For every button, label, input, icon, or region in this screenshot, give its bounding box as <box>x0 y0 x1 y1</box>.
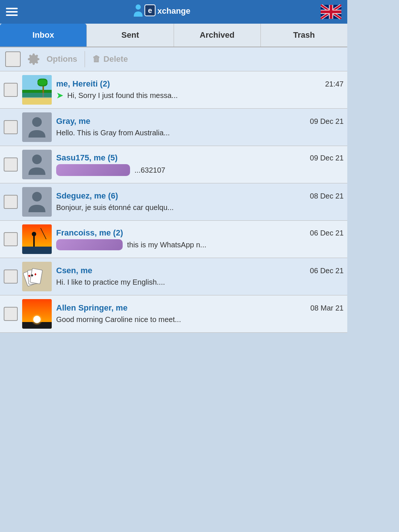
avatar <box>22 112 52 142</box>
message-time: 06 Dec 21 <box>310 267 344 275</box>
svg-rect-12 <box>22 93 52 98</box>
message-sender: Sdeguez, me (6) <box>56 191 118 201</box>
message-content: Sdeguez, me (6) 08 Dec 21 Bonjour, je su… <box>56 187 344 217</box>
list-item[interactable]: Allen Springer, me 08 Mar 21 Good mornin… <box>0 295 347 333</box>
app-logo: e xchange <box>132 3 206 21</box>
svg-point-11 <box>38 79 47 85</box>
message-content: Csen, me 06 Dec 21 Hi. I like to practic… <box>56 262 344 291</box>
message-preview: ...632107 <box>134 165 165 175</box>
message-preview: Good morning Caroline nice to meet... <box>56 314 181 325</box>
tab-sent[interactable]: Sent <box>87 24 174 47</box>
message-preview: Hi, Sorry I just found this messa... <box>67 90 178 101</box>
svg-point-31 <box>33 316 41 323</box>
message-time: 09 Dec 21 <box>310 154 344 162</box>
toolbar: Options 🗑 Delete <box>0 47 347 71</box>
tab-trash[interactable]: Trash <box>261 24 347 47</box>
tab-archived[interactable]: Archived <box>174 24 261 47</box>
message-content: Allen Springer, me 08 Mar 21 Good mornin… <box>56 299 344 329</box>
svg-point-0 <box>136 4 141 10</box>
list-item[interactable]: Sasu175, me (5) 09 Dec 21 ...632107 <box>0 146 347 183</box>
app-header: e xchange <box>0 0 347 24</box>
message-sender: Gray, me <box>56 116 91 126</box>
message-sender: Allen Springer, me <box>56 303 127 313</box>
reply-arrow-icon: ➤ <box>56 90 64 101</box>
options-gear-button[interactable] <box>26 51 41 67</box>
svg-point-14 <box>32 155 42 164</box>
menu-button[interactable] <box>6 8 18 16</box>
svg-point-13 <box>32 117 42 127</box>
tab-bar: Inbox Sent Archived Trash <box>0 24 347 47</box>
message-checkbox[interactable] <box>4 195 18 209</box>
message-checkbox[interactable] <box>4 307 18 321</box>
message-content: Gray, me 09 Dec 21 Hello. This is Gray f… <box>56 112 344 142</box>
avatar <box>22 187 52 217</box>
message-time: 06 Dec 21 <box>310 229 344 237</box>
list-item[interactable]: Sdeguez, me (6) 08 Dec 21 Bonjour, je su… <box>0 183 347 221</box>
list-item[interactable]: Francoiss, me (2) 06 Dec 21 this is my W… <box>0 221 347 258</box>
svg-point-19 <box>32 232 36 236</box>
message-time: 08 Mar 21 <box>310 304 344 312</box>
sticker-image <box>56 164 130 176</box>
message-checkbox[interactable] <box>4 232 18 246</box>
message-time: 08 Dec 21 <box>310 192 344 200</box>
message-checkbox[interactable] <box>4 83 18 97</box>
tab-inbox[interactable]: Inbox <box>0 24 87 47</box>
delete-button[interactable]: 🗑 Delete <box>92 54 128 64</box>
message-sender: Csen, me <box>56 266 92 275</box>
message-sender: me, Hereiti (2) <box>56 79 110 89</box>
avatar <box>22 224 52 254</box>
select-all-checkbox[interactable] <box>5 51 21 67</box>
list-item[interactable]: Gray, me 09 Dec 21 Hello. This is Gray f… <box>0 109 347 146</box>
list-item[interactable]: me, Hereiti (2) 21:47 ➤ Hi, Sorry I just… <box>0 71 347 109</box>
message-time: 21:47 <box>325 80 344 88</box>
message-preview: Hello. This is Gray from Australia... <box>56 128 170 138</box>
message-time: 09 Dec 21 <box>310 117 344 126</box>
sticker-image <box>56 239 123 250</box>
avatar <box>22 299 52 329</box>
svg-text:xchange: xchange <box>157 6 190 16</box>
list-item[interactable]: ♥ ♠ ♦ Csen, me 06 Dec 21 Hi. I like to p… <box>0 258 347 295</box>
svg-rect-17 <box>22 247 52 254</box>
message-sender: Sasu175, me (5) <box>56 153 117 163</box>
message-preview: Hi. I like to practice my English.... <box>56 277 165 287</box>
avatar <box>22 150 52 179</box>
svg-rect-18 <box>33 235 35 247</box>
message-list: me, Hereiti (2) 21:47 ➤ Hi, Sorry I just… <box>0 71 347 333</box>
message-content: me, Hereiti (2) 21:47 ➤ Hi, Sorry I just… <box>56 75 344 105</box>
message-checkbox[interactable] <box>4 120 18 134</box>
avatar <box>22 75 52 105</box>
svg-point-15 <box>32 192 42 201</box>
language-flag[interactable] <box>321 4 341 19</box>
options-button[interactable]: Options <box>47 54 77 64</box>
message-preview: Bonjour, je suis étonné car quelqu... <box>56 202 174 213</box>
message-content: Francoiss, me (2) 06 Dec 21 this is my W… <box>56 224 344 254</box>
message-checkbox[interactable] <box>4 270 18 284</box>
svg-rect-7 <box>22 97 52 105</box>
avatar: ♥ ♠ ♦ <box>22 262 52 291</box>
trash-icon: 🗑 <box>92 54 100 64</box>
svg-text:e: e <box>148 6 152 14</box>
message-content: Sasu175, me (5) 09 Dec 21 ...632107 <box>56 150 344 179</box>
message-sender: Francoiss, me (2) <box>56 228 123 238</box>
toolbar-divider <box>85 51 85 67</box>
message-checkbox[interactable] <box>4 157 18 172</box>
message-preview: this is my WhatsApp n... <box>127 240 207 250</box>
